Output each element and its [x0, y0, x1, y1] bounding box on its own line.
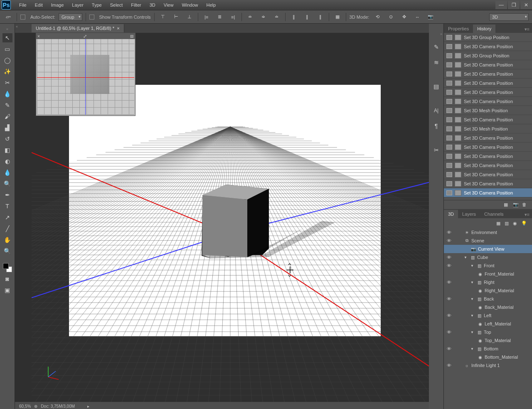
history-item[interactable]: Set 3D Camera Position: [444, 188, 532, 197]
history-item[interactable]: Set 3D Mesh Position: [444, 106, 532, 115]
wand-tool[interactable]: ✨: [2, 67, 12, 76]
menu-window[interactable]: Window: [177, 1, 202, 9]
actions-icon[interactable]: ▤: [431, 82, 441, 91]
gradient-tool[interactable]: ◐: [2, 157, 12, 166]
stamp-tool[interactable]: ▟: [2, 123, 12, 132]
distribute-right-icon[interactable]: ‖: [315, 13, 325, 21]
scene-face[interactable]: 👁▼▥Right: [444, 278, 532, 286]
scene-cube[interactable]: 👁▼▥Cube: [444, 253, 532, 261]
scene-root[interactable]: 👁⧉Scene: [444, 237, 532, 245]
history-panel[interactable]: Set 3D Group PositionSet 3D Camera Posit…: [444, 33, 532, 200]
snapshot-icon[interactable]: 📷: [513, 202, 519, 208]
shape-tool[interactable]: ╱: [2, 224, 12, 233]
pen-tool[interactable]: ✒: [2, 190, 12, 200]
close-button[interactable]: ✕: [520, 1, 532, 9]
menu-layer[interactable]: Layer: [68, 1, 88, 9]
history-item[interactable]: Set 3D Camera Position: [444, 133, 532, 143]
filter-mesh-icon[interactable]: ▥: [505, 221, 509, 226]
distribute-vcenter-icon[interactable]: ≑: [259, 13, 268, 21]
scene-current-view[interactable]: 📷Current View: [444, 245, 532, 253]
menu-file[interactable]: File: [15, 1, 31, 9]
align-left-icon[interactable]: |≡: [202, 13, 212, 21]
path-tool[interactable]: ↗: [2, 213, 12, 222]
scene-material[interactable]: ◉Bottom_Material: [444, 353, 532, 361]
menu-select[interactable]: Select: [106, 1, 127, 9]
align-right-icon[interactable]: ≡|: [228, 13, 238, 21]
history-item[interactable]: Set 3D Camera Position: [444, 143, 532, 152]
viewport[interactable]: × ⤢ ▤: [15, 33, 429, 402]
scene-light[interactable]: 👁☼Infinite Light 1: [444, 361, 532, 370]
crop-tool[interactable]: ✂: [2, 78, 12, 87]
auto-align-icon[interactable]: ▦: [332, 13, 342, 21]
adjustments-icon[interactable]: ✎: [431, 42, 441, 52]
brush-tool[interactable]: 🖌: [2, 112, 12, 121]
filter-scene-icon[interactable]: ▦: [496, 221, 500, 226]
history-item[interactable]: Set 3D Camera Position: [444, 170, 532, 179]
roll-icon[interactable]: ⊙: [386, 13, 396, 21]
scene-face[interactable]: 👁▼▥Left: [444, 311, 532, 320]
orbit-icon[interactable]: ⟲: [372, 13, 382, 21]
history-item[interactable]: Set 3D Camera Position: [444, 115, 532, 124]
character-icon[interactable]: A|: [431, 106, 441, 115]
panel-menu-icon[interactable]: ▾≡: [522, 211, 532, 218]
distribute-top-icon[interactable]: ≐: [245, 13, 255, 21]
history-item[interactable]: Set 3D Camera Position: [444, 79, 532, 88]
history-item[interactable]: Set 3D Camera Position: [444, 88, 532, 97]
hand-tool[interactable]: ✋: [2, 235, 12, 244]
scene-face[interactable]: 👁▼▥Bottom: [444, 345, 532, 353]
menu-icon[interactable]: ▤: [130, 34, 134, 38]
screenmode-tool[interactable]: ▣: [2, 286, 12, 295]
scene-material[interactable]: ◉Back_Material: [444, 303, 532, 311]
tab-layers[interactable]: Layers: [458, 210, 480, 218]
panel-menu-icon[interactable]: ▾≡: [522, 26, 532, 33]
move-tool[interactable]: ↖: [2, 33, 12, 42]
type-tool[interactable]: T: [2, 202, 12, 211]
distribute-bottom-icon[interactable]: ≐: [272, 13, 282, 21]
scene-material[interactable]: ◉Front_Material: [444, 270, 532, 278]
zoom-icon[interactable]: 📷: [426, 13, 436, 21]
tab-properties[interactable]: Properties: [444, 25, 473, 33]
auto-select-checkbox[interactable]: [20, 15, 25, 20]
history-item[interactable]: Set 3D Camera Position: [444, 97, 532, 106]
styles-icon[interactable]: ≋: [431, 58, 441, 67]
pan-icon[interactable]: ✥: [399, 13, 409, 21]
history-brush-tool[interactable]: ↺: [2, 134, 12, 143]
workspace-dropdown[interactable]: 3D: [489, 13, 529, 21]
quickmask-tool[interactable]: ◙: [2, 274, 12, 283]
zoom-tool[interactable]: 🔍: [2, 246, 12, 256]
scene-panel[interactable]: 👁☀Environment 👁⧉Scene 📷Current View 👁▼▥C…: [444, 228, 532, 409]
align-hcenter-icon[interactable]: ≣: [215, 13, 225, 21]
auto-select-dropdown[interactable]: Group: [59, 13, 82, 21]
align-vcenter-icon[interactable]: ⊢: [171, 13, 181, 21]
blur-tool[interactable]: 💧: [2, 168, 12, 177]
align-bottom-icon[interactable]: ⊥: [185, 13, 195, 21]
filter-material-icon[interactable]: ◉: [513, 221, 517, 226]
swap-icon[interactable]: ⤢: [83, 34, 87, 39]
menu-3d[interactable]: 3D: [145, 1, 160, 9]
minimize-button[interactable]: —: [495, 1, 507, 9]
scene-material[interactable]: ◉Top_Material: [444, 336, 532, 345]
filter-light-icon[interactable]: 💡: [521, 221, 527, 226]
history-item[interactable]: Set 3D Group Position: [444, 51, 532, 60]
paragraph-icon[interactable]: ¶: [431, 121, 441, 131]
history-item[interactable]: Set 3D Mesh Position: [444, 124, 532, 133]
history-item[interactable]: Set 3D Group Position: [444, 33, 532, 42]
menu-type[interactable]: Type: [88, 1, 106, 9]
tab-history[interactable]: History: [473, 25, 495, 33]
new-doc-from-state-icon[interactable]: ▦: [504, 202, 510, 208]
tab-channels[interactable]: Channels: [480, 210, 507, 218]
eyedropper-tool[interactable]: 💧: [2, 89, 12, 99]
transform-checkbox[interactable]: [89, 15, 94, 20]
align-top-icon[interactable]: ⊤: [158, 13, 168, 21]
scene-material[interactable]: ◉Right_Material: [444, 286, 532, 295]
move-tool-indicator[interactable]: ▱+: [3, 13, 13, 21]
distribute-left-icon[interactable]: ‖: [289, 13, 299, 21]
history-item[interactable]: Set 3D Camera Position: [444, 42, 532, 51]
tab-3d[interactable]: 3D: [444, 210, 458, 218]
color-swatches[interactable]: [3, 263, 12, 272]
scene-environment[interactable]: 👁☀Environment: [444, 228, 532, 237]
menu-edit[interactable]: Edit: [31, 1, 47, 9]
history-item[interactable]: Set 3D Camera Position: [444, 69, 532, 79]
lasso-tool[interactable]: ◯: [2, 56, 12, 65]
history-item[interactable]: Set 3D Camera Position: [444, 179, 532, 188]
